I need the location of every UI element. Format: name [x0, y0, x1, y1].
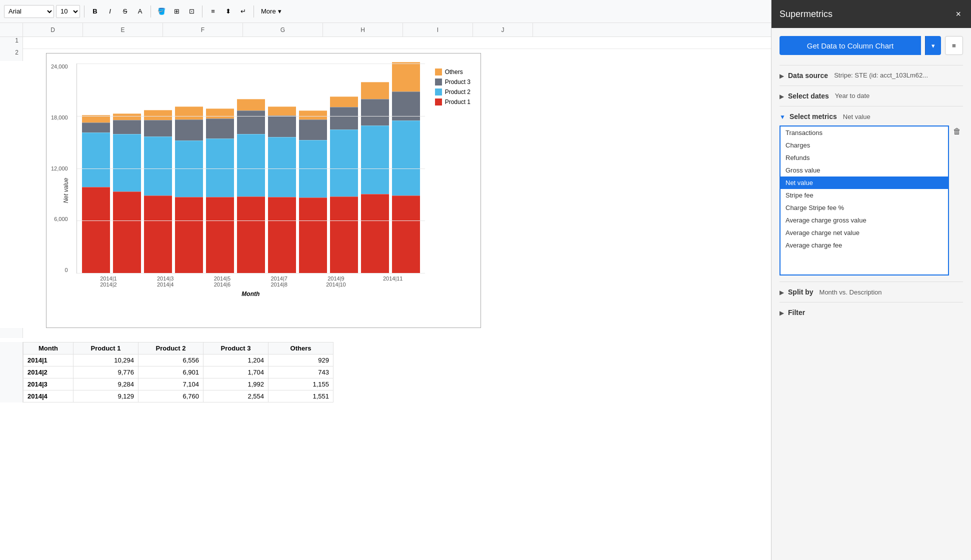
get-data-dropdown-button[interactable]: ▾ — [925, 36, 941, 55]
align-button[interactable]: ≡ — [206, 5, 220, 18]
bar-group-0 — [82, 115, 110, 273]
metric-item-refunds[interactable]: Refunds — [780, 152, 948, 164]
legend-color — [435, 98, 442, 106]
metric-item-average-charge-fee[interactable]: Average charge fee — [780, 239, 948, 252]
metric-item-transactions[interactable]: Transactions — [780, 126, 948, 139]
filter-arrow[interactable]: ▶ — [780, 310, 784, 316]
x-label-group: 2014|52014|6 — [196, 276, 250, 288]
legend-label: Product 1 — [445, 98, 470, 106]
table-cell[interactable]: 9,776 — [74, 366, 138, 378]
grid-line — [77, 116, 425, 116]
col-header-i[interactable]: I — [403, 23, 473, 36]
table-cell[interactable]: 7,104 — [138, 378, 204, 390]
x-label-group: 2014|32014|4 — [138, 276, 192, 288]
font-size-select[interactable]: 10 — [56, 5, 80, 18]
table-cell[interactable]: 9,129 — [74, 390, 138, 402]
metric-item-gross-value[interactable]: Gross value — [780, 164, 948, 176]
bar-group-1 — [113, 114, 141, 273]
table-row: 2014|49,1296,7602,5541,551 — [24, 390, 334, 402]
menu-button[interactable]: ≡ — [945, 36, 963, 55]
table-cell[interactable]: 2014|3 — [24, 378, 74, 390]
filter-section: ▶ Filter — [780, 302, 963, 322]
col-header-j[interactable]: J — [473, 23, 533, 36]
table-cell[interactable]: 2,554 — [204, 390, 268, 402]
metric-item-average-charge-net-value[interactable]: Average charge net value — [780, 226, 948, 239]
y-label: 6,000 — [54, 216, 68, 222]
bar-segment-product2 — [330, 130, 358, 196]
bar-group-9 — [361, 82, 389, 273]
col-header-e[interactable]: E — [83, 23, 163, 36]
table-cell[interactable]: 1,155 — [268, 378, 334, 390]
metric-item-average-charge-gross-value[interactable]: Average charge gross value — [780, 214, 948, 226]
wrap-button[interactable]: ↵ — [236, 5, 250, 18]
merge-button[interactable]: ⊡ — [185, 5, 198, 18]
toolbar-divider-2 — [150, 6, 151, 18]
filter-label: Filter — [788, 308, 805, 316]
valign-button[interactable]: ⬍ — [222, 5, 234, 18]
more-button[interactable]: More ▾ — [258, 5, 284, 18]
x-label-bottom: 2014|6 — [214, 282, 230, 288]
spreadsheet-content[interactable]: 1 2 Net value 24,00018,00012,0006,0000 2… — [0, 37, 771, 560]
table-cell[interactable]: 743 — [268, 366, 334, 378]
bar-segment-product1 — [299, 198, 327, 273]
table-cell[interactable]: 1,992 — [204, 378, 268, 390]
col-header-h[interactable]: H — [323, 23, 403, 36]
col-header-g[interactable]: G — [243, 23, 323, 36]
table-row: 2014|39,2847,1041,9921,155 — [24, 378, 334, 390]
metric-item-charges[interactable]: Charges — [780, 139, 948, 152]
select-dates-arrow[interactable]: ▶ — [780, 93, 784, 100]
table-cell[interactable]: 2014|2 — [24, 366, 74, 378]
x-label-group: 2014|12014|2 — [82, 276, 136, 288]
x-label-group: 2014|92014|10 — [309, 276, 363, 288]
bar-group-10 — [392, 62, 420, 273]
bar-segment-product3 — [237, 110, 265, 134]
toolbar-divider-3 — [202, 6, 202, 18]
more-arrow: ▾ — [278, 8, 282, 15]
delete-metric-button[interactable]: 🗑 — [951, 126, 963, 138]
italic-button[interactable]: I — [104, 5, 116, 18]
table-cell[interactable]: 2014|4 — [24, 390, 74, 402]
table-cell[interactable]: 929 — [268, 354, 334, 366]
col-header-f[interactable]: F — [163, 23, 243, 36]
metrics-list[interactable]: TransactionsChargesRefundsGross valueNet… — [780, 126, 949, 276]
metric-item-charge-stripe-fee-%[interactable]: Charge Stripe fee % — [780, 202, 948, 214]
select-metrics-arrow[interactable]: ▼ — [780, 114, 786, 120]
table-cell[interactable]: 6,556 — [138, 354, 204, 366]
table-cell[interactable]: 6,901 — [138, 366, 204, 378]
bar-segment-product3 — [113, 120, 141, 134]
data-source-arrow[interactable]: ▶ — [780, 72, 784, 80]
bar-segment-product2 — [175, 140, 203, 197]
bar-segment-others — [330, 96, 358, 108]
metric-item-net-value[interactable]: Net value — [780, 176, 948, 189]
bar-segment-others — [361, 82, 389, 98]
metric-item-stripe-fee[interactable]: Stripe fee — [780, 189, 948, 202]
fill-color-button[interactable]: 🪣 — [155, 5, 168, 18]
table-header: Product 2 — [138, 342, 204, 354]
select-metrics-section: ▼ Select metrics Net value TransactionsC… — [780, 106, 963, 282]
table-cell[interactable]: 9,284 — [74, 378, 138, 390]
x-label-group: 2014|11 — [366, 276, 420, 288]
table-cell[interactable]: 2014|1 — [24, 354, 74, 366]
table-cell[interactable]: 1,551 — [268, 390, 334, 402]
font-color-button[interactable]: A — [134, 5, 146, 18]
legend-item-product-1: Product 1 — [435, 98, 470, 106]
table-cell[interactable]: 1,204 — [204, 354, 268, 366]
more-label: More — [261, 8, 276, 15]
table-cell[interactable]: 6,760 — [138, 390, 204, 402]
x-label-bottom: 2014|2 — [100, 282, 116, 288]
toolbar-divider-1 — [84, 6, 84, 18]
table-cell[interactable]: 10,294 — [74, 354, 138, 366]
split-by-arrow[interactable]: ▶ — [780, 289, 784, 296]
bar-segment-product3 — [144, 120, 172, 136]
borders-button[interactable]: ⊞ — [170, 5, 183, 18]
get-data-button[interactable]: Get Data to Column Chart — [780, 36, 921, 55]
strikethrough-button[interactable]: S — [118, 5, 132, 18]
table-cell[interactable]: 1,704 — [204, 366, 268, 378]
bold-button[interactable]: B — [88, 5, 102, 18]
col-header-d[interactable]: D — [23, 23, 83, 36]
metrics-list-container: TransactionsChargesRefundsGross valueNet… — [780, 126, 963, 276]
bar-segment-product3 — [82, 122, 110, 132]
sidebar-title: Supermetrics — [780, 9, 832, 20]
font-family-select[interactable]: Arial — [4, 5, 54, 18]
close-button[interactable]: × — [954, 7, 963, 22]
